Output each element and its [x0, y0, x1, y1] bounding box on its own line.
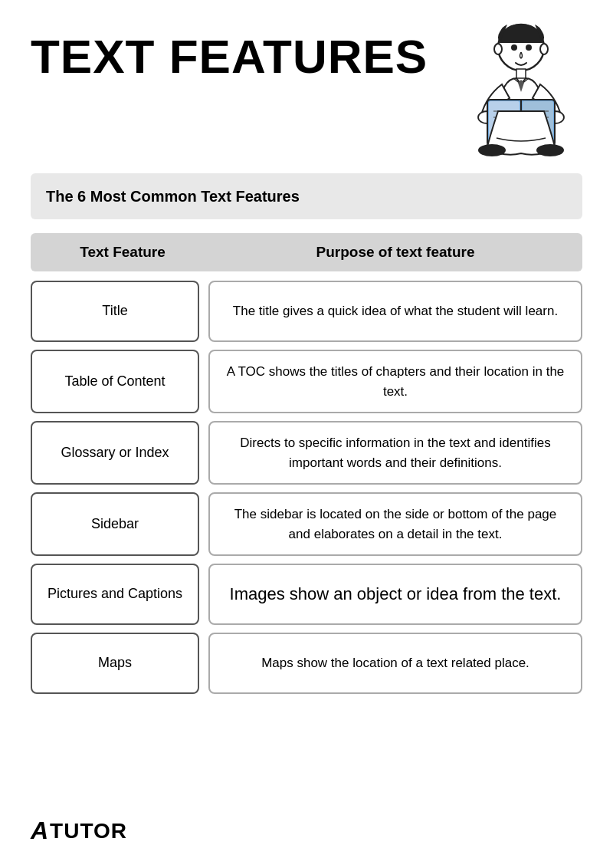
feature-cell-sidebar: Sidebar	[31, 492, 199, 556]
main-title-wrapper: TEXT FEATURES	[31, 23, 428, 83]
feature-name-maps: Maps	[98, 653, 132, 672]
purpose-text-glossary: Directs to specific information in the t…	[222, 433, 569, 472]
footer-brand: A TUTOR	[31, 817, 127, 845]
feature-cell-maps: Maps	[31, 633, 199, 694]
column-feature-header: Text Feature	[38, 244, 207, 261]
purpose-cell-glossary: Directs to specific information in the t…	[208, 421, 582, 485]
svg-point-4	[526, 44, 532, 51]
purpose-text-title: The title gives a quick idea of what the…	[233, 301, 558, 321]
purpose-text-sidebar: The sidebar is located on the side or bo…	[222, 505, 569, 544]
feature-name-toc: Table of Content	[64, 372, 165, 391]
column-purpose-header: Purpose of text feature	[216, 244, 575, 261]
feature-cell-toc: Table of Content	[31, 350, 199, 413]
brand-letter-icon: A	[31, 817, 48, 845]
purpose-cell-pictures: Images show an object or idea from the t…	[208, 564, 582, 625]
table-row: Pictures and Captions Images show an obj…	[31, 564, 582, 625]
purpose-text-pictures: Images show an object or idea from the t…	[230, 583, 562, 607]
purpose-cell-toc: A TOC shows the titles of chapters and t…	[208, 350, 582, 413]
purpose-cell-sidebar: The sidebar is located on the side or bo…	[208, 492, 582, 556]
header-section: TEXT FEATURES	[31, 23, 582, 161]
feature-cell-title: Title	[31, 281, 199, 342]
subtitle-text: The 6 Most Common Text Features	[46, 188, 300, 205]
page-wrapper: TEXT FEATURES	[0, 0, 613, 868]
table-row: Title The title gives a quick idea of wh…	[31, 281, 582, 342]
subtitle-box: The 6 Most Common Text Features	[31, 173, 582, 219]
svg-point-23	[478, 144, 506, 156]
table-header: Text Feature Purpose of text feature	[31, 233, 582, 271]
svg-point-3	[511, 44, 517, 51]
table-row: Glossary or Index Directs to specific in…	[31, 421, 582, 485]
feature-cell-glossary: Glossary or Index	[31, 421, 199, 485]
feature-cell-pictures: Pictures and Captions	[31, 564, 199, 625]
reading-character-icon	[444, 15, 582, 161]
svg-point-24	[536, 144, 564, 156]
purpose-cell-maps: Maps show the location of a text related…	[208, 633, 582, 694]
purpose-text-maps: Maps show the location of a text related…	[261, 653, 529, 673]
feature-name-pictures: Pictures and Captions	[48, 584, 182, 603]
table-row: Table of Content A TOC shows the titles …	[31, 350, 582, 413]
table-row: Maps Maps show the location of a text re…	[31, 633, 582, 694]
brand-name: TUTOR	[50, 819, 127, 843]
table-container: Text Feature Purpose of text feature Tit…	[31, 233, 582, 694]
main-title: TEXT FEATURES	[31, 31, 428, 83]
feature-name-glossary: Glossary or Index	[61, 443, 169, 462]
svg-rect-5	[516, 69, 526, 78]
svg-point-2	[540, 44, 548, 54]
feature-name-title: Title	[102, 301, 127, 321]
feature-name-sidebar: Sidebar	[91, 515, 139, 534]
svg-point-1	[494, 44, 502, 54]
purpose-text-toc: A TOC shows the titles of chapters and t…	[222, 362, 569, 401]
purpose-cell-title: The title gives a quick idea of what the…	[208, 281, 582, 342]
table-row: Sidebar The sidebar is located on the si…	[31, 492, 582, 556]
character-illustration	[444, 15, 582, 161]
